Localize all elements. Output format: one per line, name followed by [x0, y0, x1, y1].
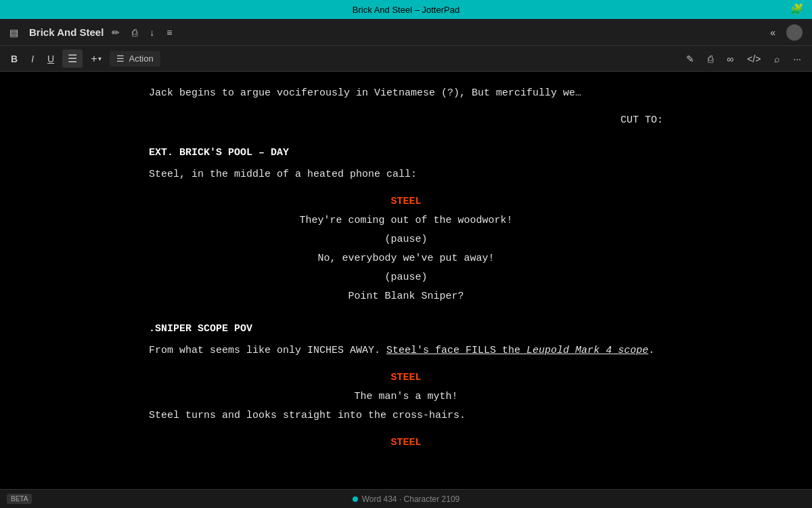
action-line-crosshairs: Steel turns and looks straight into the …: [149, 408, 663, 424]
action-line-1: Jack begins to argue vociferously in Vie…: [149, 85, 663, 102]
scene-heading-pool: EXT. BRICK'S POOL – DAY: [149, 145, 663, 161]
character-name-steel-2: STEEL: [149, 370, 663, 386]
rename-icon: ✏: [112, 27, 120, 38]
printer-icon: ⎙: [708, 54, 713, 64]
list-icon: ≡: [166, 27, 172, 38]
parenthetical-pause-1: (pause): [149, 232, 663, 248]
folder-button[interactable]: ▤: [5, 24, 22, 41]
beta-badge: BETA: [7, 494, 32, 504]
toolbar-right-icons: «: [766, 22, 807, 43]
more-options-button[interactable]: ···: [788, 51, 807, 67]
collapse-panel-button[interactable]: «: [766, 24, 780, 41]
avatar-icon: [786, 24, 803, 41]
action-line-2: Steel, in the middle of a heated phone c…: [149, 167, 663, 183]
italic-button[interactable]: I: [26, 51, 39, 67]
title-bar: Brick And Steel – JotterPad 🧩: [0, 0, 812, 19]
align-button[interactable]: ☰: [62, 49, 83, 68]
format-toolbar: B I U ☰ + ▾ ☰ Action ✎ ⎙ ∞ </> ⌕ ···: [0, 46, 812, 72]
print-preview-button[interactable]: ⎙: [702, 51, 719, 67]
link-button[interactable]: ∞: [721, 51, 739, 67]
collapse-icon: «: [770, 27, 775, 38]
folder-icon: ▤: [9, 27, 18, 38]
action-label-text: Action: [129, 54, 153, 64]
character-name-steel-1: STEEL: [149, 194, 663, 210]
parenthetical-pause-2: (pause): [149, 270, 663, 286]
paragraph-icon: ☰: [116, 54, 125, 64]
script-content: Jack begins to argue vociferously in Vie…: [149, 85, 663, 451]
status-indicator: [353, 496, 358, 502]
top-toolbar: ▤ Brick And Steel ✏ ⎙ ↓ ≡ «: [0, 19, 812, 46]
download-icon: ↓: [150, 27, 154, 38]
dialogue-point-blank: Point Blank Sniper?: [149, 289, 663, 305]
link-icon: ∞: [727, 54, 734, 64]
format-right-icons: ✎ ⎙ ∞ </> ⌕ ···: [681, 51, 807, 67]
ellipsis-icon: ···: [793, 54, 801, 64]
edit-mode-button[interactable]: ✎: [681, 51, 700, 67]
search-icon: ⌕: [774, 54, 780, 64]
status-bar: BETA Word 434 · Character 2109: [0, 489, 812, 508]
search-button[interactable]: ⌕: [769, 51, 785, 67]
rename-button[interactable]: ✏: [108, 24, 124, 41]
dialogue-myth: The man's a myth!: [149, 389, 663, 405]
chevron-down-icon: ▾: [98, 55, 102, 62]
bold-button[interactable]: B: [5, 51, 23, 67]
pencil-icon: ✎: [686, 54, 694, 64]
add-element-button[interactable]: + ▾: [85, 50, 107, 68]
dialogue-woodwork: They're coming out of the woodwork!: [149, 213, 663, 229]
action-type-button[interactable]: ☰ Action: [110, 51, 160, 66]
print-button[interactable]: ⎙: [128, 24, 141, 41]
document-title: Brick And Steel: [29, 26, 104, 38]
character-name-steel-3: STEEL: [149, 435, 663, 451]
dialogue-put-away: No, everybody we've put away!: [149, 251, 663, 267]
extension-icon[interactable]: 🧩: [790, 3, 804, 16]
title-bar-actions: 🧩: [790, 3, 804, 16]
word-count: Word 434 · Character 2109: [362, 494, 460, 504]
code-button[interactable]: </>: [742, 51, 766, 67]
align-icon: ☰: [68, 52, 77, 65]
scene-heading-sniper: .SNIPER SCOPE POV: [149, 321, 663, 337]
code-icon: </>: [747, 54, 761, 64]
plus-icon: +: [91, 53, 97, 65]
user-avatar-button[interactable]: [782, 22, 807, 43]
download-button[interactable]: ↓: [145, 24, 158, 41]
underline-button[interactable]: U: [42, 51, 60, 67]
list-button[interactable]: ≡: [162, 24, 176, 41]
app-title: Brick And Steel – JotterPad: [353, 5, 459, 15]
transition-cut-to: CUT TO:: [149, 112, 663, 129]
action-line-inches: From what seems like only INCHES AWAY. S…: [149, 343, 663, 359]
editor-area[interactable]: Jack begins to argue vociferously in Vie…: [0, 72, 812, 489]
print-icon: ⎙: [132, 27, 137, 38]
underline-scope-text: Steel's face FILLS the Leupold Mark 4 sc…: [386, 345, 648, 356]
